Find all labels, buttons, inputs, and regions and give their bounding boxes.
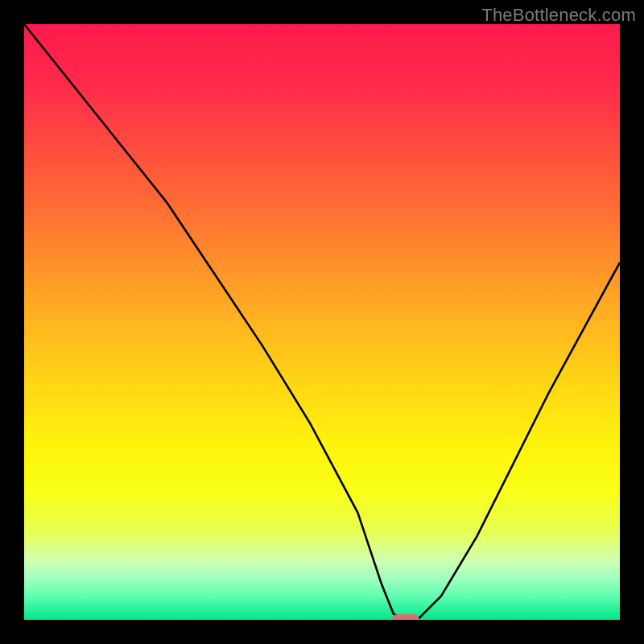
optimal-marker (392, 614, 419, 620)
bottleneck-plot (24, 24, 620, 620)
bottleneck-curve (24, 24, 620, 620)
watermark-text: TheBottleneck.com (481, 5, 636, 26)
